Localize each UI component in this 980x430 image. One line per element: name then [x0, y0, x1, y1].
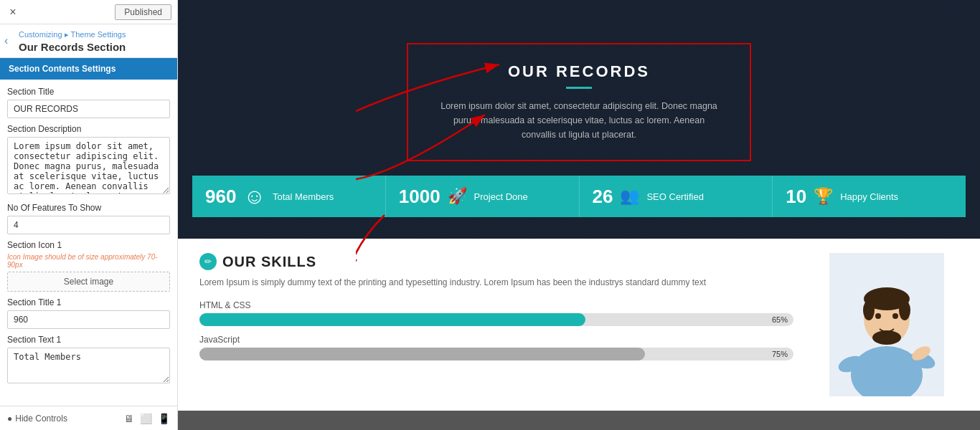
- features-input[interactable]: [7, 216, 170, 234]
- records-underline: [566, 87, 592, 89]
- skill-fill-1: [199, 348, 645, 360]
- stats-bar: 960 ☺ Total Members 1000 🚀 Project Done …: [192, 176, 966, 217]
- hide-controls-button[interactable]: ● Hide Controls: [7, 414, 67, 424]
- skills-header: ✏ OUR SKILLS: [199, 253, 793, 270]
- skill-bar-1: 75%: [199, 348, 793, 360]
- stat-number-1: 1000: [399, 186, 440, 208]
- skill-percent-1: 75%: [772, 350, 788, 358]
- skills-left-column: ✏ OUR SKILLS Lorem Ipsum is simply dummy…: [199, 253, 793, 396]
- stat-label-0: Total Members: [273, 191, 334, 202]
- skill-name-0: HTML & CSS: [199, 300, 793, 310]
- section-title-group: Section Title: [0, 87, 177, 124]
- eye-icon: ●: [7, 414, 12, 424]
- panel-top-bar: × Published: [0, 0, 177, 24]
- icon-hint-text: Icon Image should be of size approximate…: [7, 253, 170, 269]
- stat-icon-2: 👥: [620, 187, 639, 206]
- stat-icon-3: 🏆: [814, 187, 833, 206]
- stat-item-2: 26 👥 SEO Certified: [580, 176, 773, 217]
- section-settings-button[interactable]: Section Contents Settings: [0, 58, 177, 80]
- stat-label-1: Project Done: [474, 191, 528, 202]
- device-icons: 🖥 ⬜ 📱: [124, 413, 170, 424]
- stat-number-3: 10: [786, 186, 806, 208]
- bottom-bar: ● Hide Controls 🖥 ⬜ 📱: [0, 406, 177, 430]
- section-icon1-group: Section Icon 1 Icon Image should be of s…: [0, 240, 177, 297]
- records-main-desc: Lorem ipsum dolor sit amet, consectetur …: [437, 99, 721, 142]
- section-desc-group: Section Description: [0, 124, 177, 203]
- section-icon1-label: Section Icon 1: [7, 240, 170, 250]
- stat-label-2: SEO Certified: [646, 191, 703, 202]
- records-section: OUR RECORDS Lorem ipsum dolor sit amet, …: [178, 0, 980, 239]
- skills-desc: Lorem Ipsum is simply dummy text of the …: [199, 276, 793, 289]
- skill-percent-0: 65%: [772, 315, 788, 324]
- section-text1-group: Section Text 1: [0, 335, 177, 392]
- stat-icon-0: ☺: [243, 184, 265, 209]
- records-main-title: OUR RECORDS: [437, 62, 721, 81]
- hide-controls-label: Hide Controls: [15, 414, 67, 424]
- breadcrumb-area: ‹ Customizing ▸ Theme Settings Our Recor…: [0, 24, 177, 58]
- main-preview-area: OUR RECORDS Lorem ipsum dolor sit amet, …: [178, 0, 980, 430]
- section-text1-label: Section Text 1: [7, 335, 170, 345]
- skill-row-1: JavaScript 75%: [199, 335, 793, 360]
- stat-icon-1: 🚀: [448, 187, 467, 206]
- skills-section: ✏ OUR SKILLS Lorem Ipsum is simply dummy…: [178, 239, 980, 411]
- breadcrumb-title: Our Records Section: [7, 41, 170, 53]
- svg-point-8: [899, 300, 910, 320]
- section-title-input[interactable]: [7, 100, 170, 118]
- stat-item-3: 10 🏆 Happy Clients: [773, 176, 966, 217]
- skills-dot-icon: ✏: [199, 253, 217, 270]
- skill-row-0: HTML & CSS 65%: [199, 300, 793, 326]
- svg-point-11: [892, 313, 898, 319]
- stat-label-3: Happy Clients: [840, 191, 898, 202]
- stat-number-2: 26: [593, 186, 613, 208]
- breadcrumb-trail: Customizing ▸ Theme Settings: [7, 30, 170, 39]
- published-button[interactable]: Published: [115, 4, 171, 20]
- left-panel: × Published ‹ Customizing ▸ Theme Settin…: [0, 0, 178, 430]
- section-title1-input[interactable]: [7, 310, 170, 329]
- select-image-button[interactable]: Select image: [7, 272, 170, 292]
- section-text1-textarea[interactable]: [7, 348, 170, 383]
- skills-title: OUR SKILLS: [222, 254, 316, 270]
- tablet-icon[interactable]: ⬜: [140, 413, 152, 424]
- features-label: No Of Features To Show: [7, 203, 170, 213]
- records-highlight-box: OUR RECORDS Lorem ipsum dolor sit amet, …: [407, 43, 751, 161]
- section-title1-group: Section Title 1: [0, 297, 177, 335]
- stat-item-1: 1000 🚀 Project Done: [386, 176, 580, 217]
- close-button[interactable]: ×: [6, 5, 20, 19]
- person-illustration: [829, 253, 944, 396]
- skills-right-column: [815, 253, 958, 396]
- svg-point-10: [875, 313, 881, 319]
- mobile-icon[interactable]: 📱: [158, 413, 170, 424]
- section-title1-label: Section Title 1: [7, 297, 170, 307]
- stat-item-0: 960 ☺ Total Members: [192, 176, 386, 217]
- section-title-label: Section Title: [7, 87, 170, 97]
- section-desc-textarea[interactable]: [7, 137, 170, 194]
- desktop-icon[interactable]: 🖥: [124, 413, 134, 424]
- skill-fill-0: [199, 313, 585, 326]
- skill-name-1: JavaScript: [199, 335, 793, 345]
- back-arrow-icon[interactable]: ‹: [0, 34, 12, 47]
- section-desc-label: Section Description: [7, 124, 170, 134]
- stat-number-0: 960: [205, 186, 236, 208]
- form-scroll-area: Section Contents Settings Section Title …: [0, 58, 177, 406]
- features-group: No Of Features To Show: [0, 203, 177, 240]
- skill-bar-0: 65%: [199, 313, 793, 326]
- svg-point-7: [863, 300, 875, 320]
